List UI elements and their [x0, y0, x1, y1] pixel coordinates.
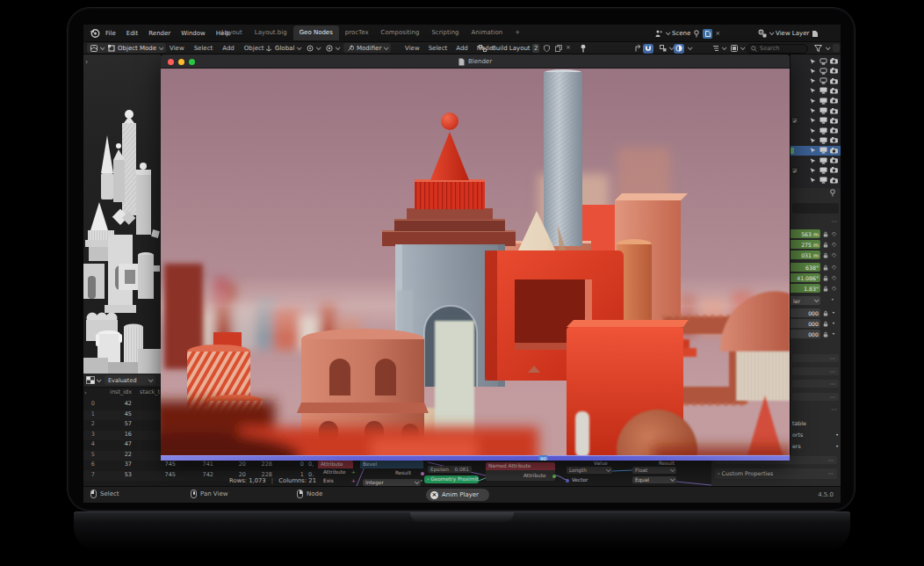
viewport-menu-view[interactable]: View [170, 45, 184, 52]
outliner-display-mode-dropdown[interactable] [709, 43, 729, 53]
menu-window[interactable]: Window [181, 30, 206, 37]
attribute-socket-plus[interactable]: + [351, 469, 356, 475]
selectability-arrow-icon[interactable] [810, 167, 816, 174]
selectability-arrow-icon[interactable] [810, 127, 816, 134]
outliner-row[interactable] [790, 106, 841, 116]
anim-player-cancel-button[interactable]: × Anim Player [426, 489, 489, 501]
render-window-titlebar[interactable]: Blender [161, 54, 790, 69]
hide-viewport-icon[interactable] [819, 68, 827, 75]
node-group-users-count[interactable]: 2 [532, 44, 539, 53]
hide-viewport-icon[interactable] [819, 167, 827, 174]
attribute-output-socket[interactable] [552, 475, 556, 478]
tab-animation[interactable]: Animation [466, 25, 509, 40]
scale-x-field[interactable]: 000 [790, 308, 820, 317]
named-attribute-node-header[interactable]: Named Attribute [486, 462, 555, 470]
scale-y-field[interactable]: 000 [790, 319, 820, 328]
outliner-row[interactable]: ✓ [790, 165, 841, 175]
new-layer-icon[interactable] [812, 30, 819, 38]
selectability-arrow-icon[interactable] [810, 68, 816, 75]
render-result-window[interactable]: Blender [161, 54, 790, 461]
disable-render-icon[interactable] [830, 137, 838, 143]
node-menu-select[interactable]: Select [429, 45, 448, 52]
selectability-arrow-icon[interactable] [810, 107, 816, 114]
lock-icon[interactable] [823, 265, 828, 271]
keyframe-marker[interactable]: ◇ [832, 274, 836, 281]
view-layer-selector[interactable]: View Layer [758, 27, 819, 40]
rotation-x-field[interactable]: 638° [790, 263, 820, 272]
object-name-field[interactable] [792, 203, 839, 214]
tab-layout[interactable]: Layout [215, 25, 249, 40]
keyframe-marker[interactable]: • [832, 330, 835, 337]
scale-z-field[interactable]: 000 [790, 330, 820, 338]
node-menu-add[interactable]: Add [456, 45, 468, 52]
keyframe-marker[interactable]: • [832, 309, 835, 316]
selectability-arrow-icon[interactable] [810, 147, 816, 154]
animation-timeline-strip[interactable]: 90 [161, 455, 790, 461]
disable-render-icon[interactable] [830, 178, 838, 184]
location-z-field[interactable]: 031 m [790, 250, 820, 259]
node-menu-view[interactable]: View [405, 45, 420, 52]
search-input[interactable] [760, 45, 802, 52]
table-row[interactable]: 6377457412022800, [83, 461, 316, 471]
filter-extra-icon[interactable] [833, 44, 840, 52]
disable-render-icon[interactable] [830, 167, 838, 173]
visibility-dot[interactable]: • [835, 432, 839, 438]
hide-viewport-icon[interactable] [819, 107, 827, 114]
outliner-row[interactable] [790, 56, 841, 66]
collapsed-panel-3[interactable]: ⋯ [792, 380, 839, 388]
filter-funnel-icon[interactable] [814, 45, 822, 54]
selectability-arrow-icon[interactable] [810, 177, 816, 184]
outliner-row[interactable] [790, 96, 841, 105]
proportional-edit-dropdown[interactable] [322, 43, 343, 53]
outliner-filter-mode-dropdown[interactable] [727, 43, 747, 53]
collapsed-panel-4[interactable]: ⋯ [792, 393, 839, 401]
lock-icon[interactable] [823, 231, 828, 237]
lock-icon[interactable] [823, 321, 828, 327]
new-scene-button[interactable] [703, 29, 712, 39]
equal-operation-dropdown[interactable]: Equal [632, 476, 676, 483]
tab-proctex[interactable]: procTex [339, 25, 375, 40]
outliner-row[interactable] [790, 156, 841, 165]
disable-render-icon[interactable] [830, 157, 838, 163]
lock-icon[interactable] [823, 310, 828, 316]
lock-icon[interactable] [823, 331, 828, 337]
viewport-menu-add[interactable]: Add [222, 45, 235, 52]
disable-render-icon[interactable] [830, 148, 838, 154]
custom-properties-panel[interactable]: › Custom Properties ⋯ [715, 468, 837, 479]
modifier-dropdown[interactable]: Modifier [343, 43, 391, 53]
disable-render-icon[interactable] [830, 78, 838, 84]
hide-viewport-icon[interactable] [819, 147, 827, 154]
hide-viewport-icon[interactable] [819, 127, 827, 134]
proportional-falloff-toggle[interactable] [674, 44, 684, 54]
hide-viewport-icon[interactable] [819, 98, 827, 105]
menu-render[interactable]: Render [148, 30, 170, 37]
menu-edit[interactable]: Edit [126, 30, 139, 37]
visibility-row[interactable]: ers• [792, 443, 839, 449]
tab-layout-big[interactable]: Layout.big [249, 25, 293, 40]
geometry-proximity-node[interactable]: › Geometry Proximity [424, 475, 479, 483]
keyframe-marker[interactable]: ◇ [832, 241, 836, 248]
result-socket[interactable] [421, 472, 424, 475]
outliner-row[interactable] [790, 135, 841, 145]
lock-icon[interactable] [823, 286, 828, 292]
selectability-arrow-icon[interactable] [810, 117, 816, 124]
viewport-3d-strip[interactable]: › [83, 54, 161, 374]
float-type-dropdown[interactable]: Float [632, 467, 676, 474]
hide-viewport-icon[interactable] [819, 177, 827, 184]
keyframe-marker[interactable]: ◇ [832, 285, 836, 292]
outliner-row[interactable] [790, 176, 841, 185]
selectability-arrow-icon[interactable] [810, 157, 816, 164]
epsilon-field[interactable]: Epsilon 0.081 [428, 466, 472, 473]
selectability-arrow-icon[interactable] [810, 98, 816, 105]
disable-render-icon[interactable] [830, 88, 838, 94]
hide-viewport-icon[interactable] [819, 87, 827, 94]
collapsed-panel-2[interactable]: ⋯ [792, 367, 839, 375]
hide-viewport-icon[interactable] [819, 58, 827, 65]
transform-panel-menu[interactable]: ⋯ [832, 218, 839, 225]
vector-input-socket[interactable] [566, 479, 569, 483]
location-x-field[interactable]: 563 m [790, 229, 820, 238]
bevel-node-header[interactable]: Bevel [360, 461, 423, 468]
viewport-menu-select[interactable]: Select [194, 45, 213, 52]
tab-scripting[interactable]: Scripting [425, 25, 465, 40]
outliner-row[interactable] [790, 126, 841, 135]
